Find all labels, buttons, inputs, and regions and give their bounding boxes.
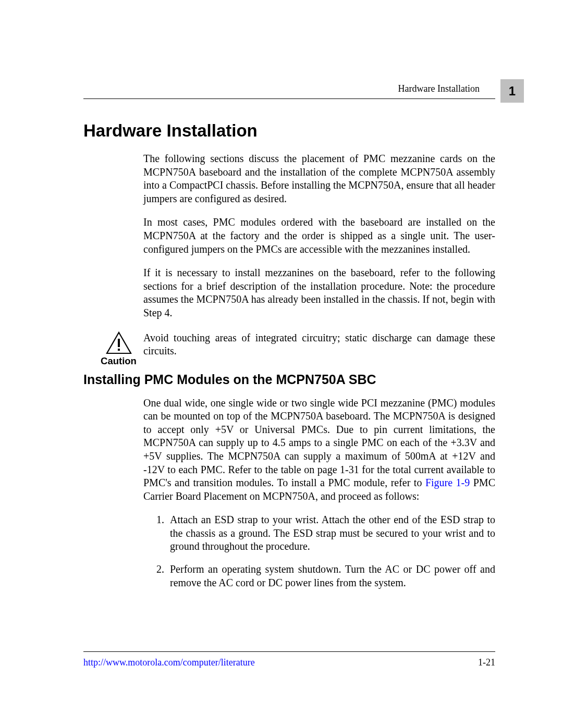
caution-text: Avoid touching areas of integrated circu… — [143, 331, 495, 358]
warning-triangle-icon — [106, 331, 132, 354]
section-title: Hardware Installation — [83, 121, 495, 141]
intro-paragraph: The following sections discuss the place… — [143, 152, 495, 205]
caution-label: Caution — [101, 355, 137, 367]
procedure-steps: Attach an ESD strap to your wrist. Attac… — [167, 513, 495, 589]
intro-block: The following sections discuss the place… — [143, 152, 495, 320]
page-header: Hardware Installation 1 — [83, 83, 495, 99]
procedure-step: Perform an operating system shutdown. Tu… — [167, 563, 495, 589]
page: Hardware Installation 1 Hardware Install… — [0, 0, 563, 728]
running-head: Hardware Installation — [83, 83, 495, 98]
svg-rect-1 — [118, 339, 120, 347]
svg-rect-2 — [118, 349, 120, 351]
figure-reference-link[interactable]: Figure 1-9 — [425, 477, 470, 488]
page-number: 1-21 — [478, 657, 495, 668]
footer-rule — [83, 651, 495, 652]
page-footer: http://www.motorola.com/computer/literat… — [83, 651, 495, 668]
intro-paragraph: If it is necessary to install mezzanines… — [143, 266, 495, 319]
subsection-body: One dual wide, one single wide or two si… — [143, 397, 495, 503]
header-rule — [83, 98, 495, 99]
subsection-title: Installing PMC Modules on the MCPN750A S… — [83, 372, 495, 387]
procedure-step: Attach an ESD strap to your wrist. Attac… — [167, 513, 495, 553]
footer-row: http://www.motorola.com/computer/literat… — [83, 657, 495, 668]
footer-url-link[interactable]: http://www.motorola.com/computer/literat… — [83, 657, 255, 668]
caution-block: Caution Avoid touching areas of integrat… — [83, 331, 495, 367]
subsection-paragraph: One dual wide, one single wide or two si… — [143, 397, 495, 503]
caution-icon-column: Caution — [83, 331, 143, 367]
intro-paragraph: In most cases, PMC modules ordered with … — [143, 216, 495, 256]
chapter-number-badge: 1 — [500, 79, 524, 103]
subsection-text-pre: One dual wide, one single wide or two si… — [143, 397, 495, 489]
